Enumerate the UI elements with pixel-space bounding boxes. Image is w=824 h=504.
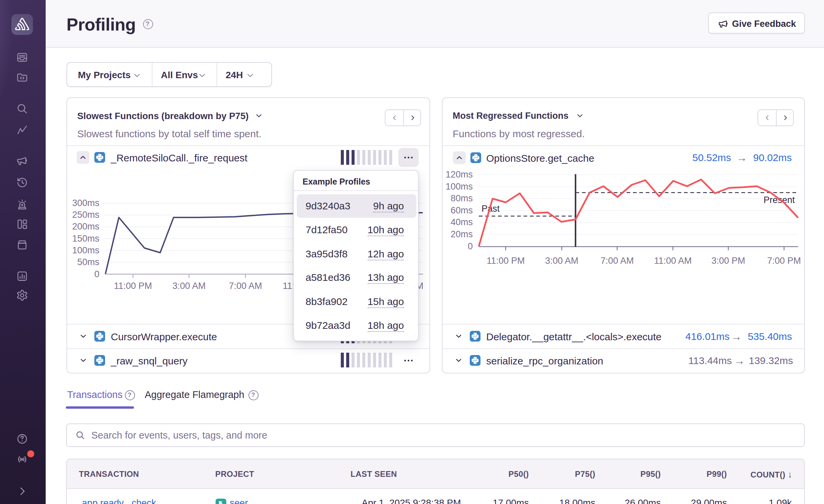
svg-text:3:00 AM: 3:00 AM (545, 256, 578, 266)
svg-text:100ms: 100ms (72, 245, 99, 255)
svg-text:11:00 PM: 11:00 PM (487, 256, 525, 266)
svg-text:120ms: 120ms (446, 169, 473, 180)
svg-text:100ms: 100ms (446, 182, 473, 192)
svg-text:50ms: 50ms (77, 257, 99, 267)
svg-text:7:00 AM: 7:00 AM (600, 256, 634, 266)
svg-text:80ms: 80ms (451, 193, 473, 203)
svg-text:7:00 PM: 7:00 PM (767, 256, 801, 266)
svg-text:3:00 AM: 3:00 AM (172, 281, 205, 291)
svg-text:150ms: 150ms (72, 234, 99, 244)
svg-text:200ms: 200ms (72, 221, 99, 232)
svg-text:40ms: 40ms (451, 217, 473, 227)
svg-text:300ms: 300ms (72, 198, 99, 208)
svg-text:11:00 AM: 11:00 AM (654, 256, 692, 266)
svg-text:3:00 PM: 3:00 PM (712, 256, 745, 266)
svg-text:7:00 AM: 7:00 AM (229, 281, 262, 291)
svg-text:250ms: 250ms (72, 210, 99, 220)
svg-text:11:00 PM: 11:00 PM (114, 281, 152, 291)
svg-text:0: 0 (94, 269, 99, 279)
svg-text:60ms: 60ms (451, 205, 473, 215)
svg-text:0: 0 (468, 241, 473, 251)
svg-text:20ms: 20ms (451, 229, 473, 239)
